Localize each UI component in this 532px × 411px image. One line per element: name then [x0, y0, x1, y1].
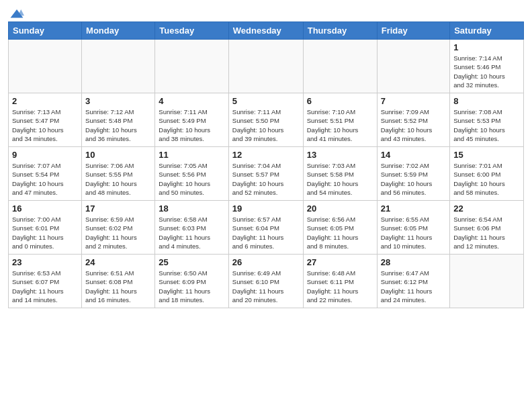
- day-number: 18: [159, 203, 224, 214]
- day-number: 7: [381, 96, 447, 106]
- day-cell: 23Sunrise: 6:53 AM Sunset: 6:07 PM Dayli…: [9, 255, 82, 308]
- day-info: Sunrise: 6:51 AM Sunset: 6:08 PM Dayligh…: [85, 269, 151, 304]
- day-number: 1: [453, 42, 520, 52]
- day-cell: 5Sunrise: 7:11 AM Sunset: 5:50 PM Daylig…: [228, 93, 303, 147]
- day-info: Sunrise: 7:02 AM Sunset: 5:59 PM Dayligh…: [381, 161, 447, 197]
- weekday-thursday: Thursday: [303, 22, 377, 40]
- day-number: 11: [159, 150, 224, 160]
- weekday-tuesday: Tuesday: [155, 22, 228, 40]
- day-cell: 19Sunrise: 6:57 AM Sunset: 6:04 PM Dayli…: [228, 201, 303, 255]
- weekday-friday: Friday: [377, 22, 450, 40]
- day-number: 26: [232, 257, 300, 267]
- day-cell: 6Sunrise: 7:10 AM Sunset: 5:51 PM Daylig…: [303, 93, 377, 147]
- day-number: 5: [232, 96, 300, 106]
- day-number: 13: [307, 150, 373, 160]
- day-cell: 1Sunrise: 7:14 AM Sunset: 5:46 PM Daylig…: [450, 40, 524, 93]
- day-number: 19: [232, 203, 300, 214]
- day-cell: 10Sunrise: 7:06 AM Sunset: 5:55 PM Dayli…: [82, 147, 155, 201]
- day-number: 2: [12, 96, 78, 106]
- day-info: Sunrise: 6:50 AM Sunset: 6:09 PM Dayligh…: [159, 269, 224, 304]
- day-info: Sunrise: 7:00 AM Sunset: 6:01 PM Dayligh…: [12, 215, 78, 250]
- day-cell: 9Sunrise: 7:07 AM Sunset: 5:54 PM Daylig…: [9, 147, 82, 201]
- day-cell: 8Sunrise: 7:08 AM Sunset: 5:53 PM Daylig…: [450, 93, 524, 147]
- day-number: 4: [159, 96, 224, 106]
- day-cell: [9, 40, 82, 93]
- day-number: 15: [453, 150, 520, 160]
- day-number: 16: [12, 203, 78, 214]
- week-row-3: 16Sunrise: 7:00 AM Sunset: 6:01 PM Dayli…: [9, 201, 524, 255]
- day-info: Sunrise: 7:07 AM Sunset: 5:54 PM Dayligh…: [12, 161, 78, 197]
- day-number: 14: [381, 150, 447, 160]
- day-number: 8: [453, 96, 520, 106]
- day-number: 25: [159, 257, 224, 267]
- day-number: 17: [85, 203, 151, 214]
- day-cell: 25Sunrise: 6:50 AM Sunset: 6:09 PM Dayli…: [155, 255, 228, 308]
- day-info: Sunrise: 7:04 AM Sunset: 5:57 PM Dayligh…: [232, 161, 300, 197]
- day-cell: [155, 40, 228, 93]
- day-number: 6: [307, 96, 373, 106]
- day-cell: 4Sunrise: 7:11 AM Sunset: 5:49 PM Daylig…: [155, 93, 228, 147]
- day-number: 3: [85, 96, 151, 106]
- day-cell: 28Sunrise: 6:47 AM Sunset: 6:12 PM Dayli…: [377, 255, 450, 308]
- day-info: Sunrise: 7:01 AM Sunset: 6:00 PM Dayligh…: [453, 161, 520, 197]
- week-row-2: 9Sunrise: 7:07 AM Sunset: 5:54 PM Daylig…: [9, 147, 524, 201]
- day-info: Sunrise: 7:06 AM Sunset: 5:55 PM Dayligh…: [85, 161, 151, 197]
- day-cell: 22Sunrise: 6:54 AM Sunset: 6:06 PM Dayli…: [450, 201, 524, 255]
- day-number: 10: [85, 150, 151, 160]
- day-cell: 7Sunrise: 7:09 AM Sunset: 5:52 PM Daylig…: [377, 93, 450, 147]
- logo-icon: [9, 8, 24, 20]
- day-cell: [450, 255, 524, 308]
- day-cell: [377, 40, 450, 93]
- day-number: 27: [307, 257, 373, 267]
- day-info: Sunrise: 7:03 AM Sunset: 5:58 PM Dayligh…: [307, 161, 373, 197]
- day-cell: 16Sunrise: 7:00 AM Sunset: 6:01 PM Dayli…: [9, 201, 82, 255]
- day-info: Sunrise: 7:05 AM Sunset: 5:56 PM Dayligh…: [159, 161, 224, 197]
- day-info: Sunrise: 7:11 AM Sunset: 5:49 PM Dayligh…: [159, 107, 224, 143]
- day-cell: 26Sunrise: 6:49 AM Sunset: 6:10 PM Dayli…: [228, 255, 303, 308]
- week-row-1: 2Sunrise: 7:13 AM Sunset: 5:47 PM Daylig…: [9, 93, 524, 147]
- day-cell: 11Sunrise: 7:05 AM Sunset: 5:56 PM Dayli…: [155, 147, 228, 201]
- day-info: Sunrise: 6:48 AM Sunset: 6:11 PM Dayligh…: [307, 269, 373, 304]
- day-number: 9: [12, 150, 78, 160]
- day-number: 12: [232, 150, 300, 160]
- day-cell: 17Sunrise: 6:59 AM Sunset: 6:02 PM Dayli…: [82, 201, 155, 255]
- day-info: Sunrise: 6:57 AM Sunset: 6:04 PM Dayligh…: [232, 215, 300, 250]
- day-info: Sunrise: 7:12 AM Sunset: 5:48 PM Dayligh…: [85, 107, 151, 143]
- day-info: Sunrise: 6:47 AM Sunset: 6:12 PM Dayligh…: [381, 269, 447, 304]
- header: [8, 7, 524, 19]
- day-cell: 20Sunrise: 6:56 AM Sunset: 6:05 PM Dayli…: [303, 201, 377, 255]
- day-cell: 3Sunrise: 7:12 AM Sunset: 5:48 PM Daylig…: [82, 93, 155, 147]
- day-cell: 13Sunrise: 7:03 AM Sunset: 5:58 PM Dayli…: [303, 147, 377, 201]
- weekday-sunday: Sunday: [9, 22, 82, 40]
- day-info: Sunrise: 6:56 AM Sunset: 6:05 PM Dayligh…: [307, 215, 373, 250]
- day-cell: 15Sunrise: 7:01 AM Sunset: 6:00 PM Dayli…: [450, 147, 524, 201]
- calendar-wrapper: SundayMondayTuesdayWednesdayThursdayFrid…: [0, 0, 532, 315]
- day-cell: 27Sunrise: 6:48 AM Sunset: 6:11 PM Dayli…: [303, 255, 377, 308]
- day-number: 21: [381, 203, 447, 214]
- day-cell: [303, 40, 377, 93]
- day-cell: 12Sunrise: 7:04 AM Sunset: 5:57 PM Dayli…: [228, 147, 303, 201]
- day-cell: 24Sunrise: 6:51 AM Sunset: 6:08 PM Dayli…: [82, 255, 155, 308]
- weekday-saturday: Saturday: [450, 22, 524, 40]
- day-cell: 2Sunrise: 7:13 AM Sunset: 5:47 PM Daylig…: [9, 93, 82, 147]
- day-info: Sunrise: 7:13 AM Sunset: 5:47 PM Dayligh…: [12, 107, 78, 143]
- day-info: Sunrise: 7:09 AM Sunset: 5:52 PM Dayligh…: [381, 107, 447, 143]
- day-info: Sunrise: 7:08 AM Sunset: 5:53 PM Dayligh…: [453, 107, 520, 143]
- calendar-table: SundayMondayTuesdayWednesdayThursdayFrid…: [8, 21, 524, 308]
- weekday-wednesday: Wednesday: [228, 22, 303, 40]
- weekday-header-row: SundayMondayTuesdayWednesdayThursdayFrid…: [9, 22, 524, 40]
- day-info: Sunrise: 6:59 AM Sunset: 6:02 PM Dayligh…: [85, 215, 151, 250]
- day-info: Sunrise: 7:10 AM Sunset: 5:51 PM Dayligh…: [307, 107, 373, 143]
- day-info: Sunrise: 6:49 AM Sunset: 6:10 PM Dayligh…: [232, 269, 300, 304]
- week-row-4: 23Sunrise: 6:53 AM Sunset: 6:07 PM Dayli…: [9, 255, 524, 308]
- day-info: Sunrise: 6:53 AM Sunset: 6:07 PM Dayligh…: [12, 269, 78, 304]
- day-cell: [82, 40, 155, 93]
- day-cell: 14Sunrise: 7:02 AM Sunset: 5:59 PM Dayli…: [377, 147, 450, 201]
- week-row-0: 1Sunrise: 7:14 AM Sunset: 5:46 PM Daylig…: [9, 40, 524, 93]
- day-number: 24: [85, 257, 151, 267]
- day-info: Sunrise: 6:54 AM Sunset: 6:06 PM Dayligh…: [453, 215, 520, 250]
- day-info: Sunrise: 6:55 AM Sunset: 6:05 PM Dayligh…: [381, 215, 447, 250]
- day-cell: 18Sunrise: 6:58 AM Sunset: 6:03 PM Dayli…: [155, 201, 228, 255]
- day-cell: 21Sunrise: 6:55 AM Sunset: 6:05 PM Dayli…: [377, 201, 450, 255]
- day-info: Sunrise: 6:58 AM Sunset: 6:03 PM Dayligh…: [159, 215, 224, 250]
